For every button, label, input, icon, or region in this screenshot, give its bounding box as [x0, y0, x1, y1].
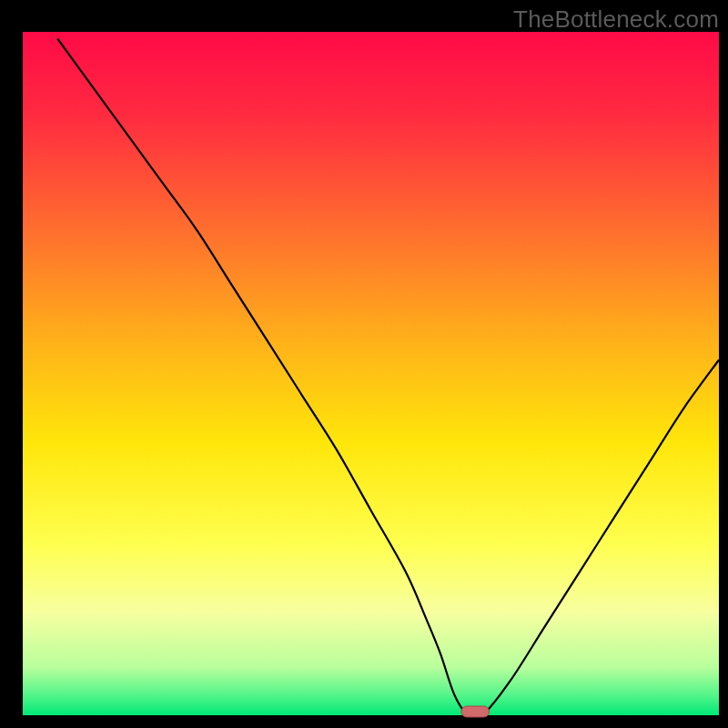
- chart-frame: TheBottleneck.com: [0, 0, 728, 728]
- watermark-text: TheBottleneck.com: [513, 5, 719, 34]
- optimum-marker: [461, 706, 490, 717]
- bottleneck-chart: [0, 0, 728, 728]
